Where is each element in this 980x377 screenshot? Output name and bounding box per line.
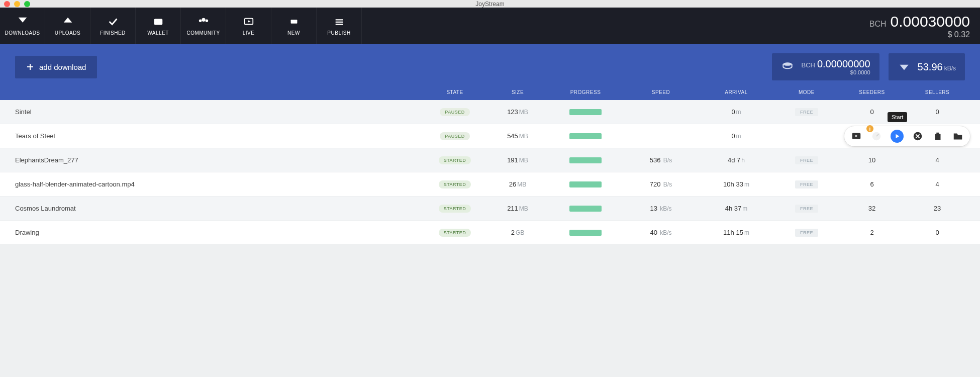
- pending-spend-chip[interactable]: BCH0.00000000 $0.0000: [772, 53, 879, 80]
- svg-point-3: [205, 19, 208, 22]
- balance-currency: BCH: [869, 20, 887, 29]
- progress-bar: [569, 206, 602, 212]
- size-cell: 191MB: [487, 156, 548, 164]
- seeders-cell: 2: [839, 229, 905, 236]
- table-row[interactable]: SintelPAUSED123MB0mFREE00: [0, 100, 980, 124]
- progress-cell: [548, 133, 623, 139]
- maximize-window-button[interactable]: [24, 1, 30, 7]
- table-row[interactable]: DrawingSTARTED2GB40 kB/s11h 15mFREE20: [0, 221, 980, 245]
- total-speed-value: 53.96: [918, 61, 943, 72]
- torrent-name: glass-half-blender-animated-cartoon.mp4: [0, 180, 422, 188]
- mode-badge: FREE: [795, 229, 818, 237]
- start-tooltip: Start: [888, 112, 907, 122]
- close-window-button[interactable]: [4, 1, 10, 7]
- state-cell: STARTED: [422, 156, 487, 164]
- arrival-cell: 0m: [699, 132, 774, 140]
- table-row[interactable]: glass-half-blender-animated-cartoon.mp4S…: [0, 172, 980, 197]
- svg-point-1: [202, 18, 205, 22]
- state-badge: STARTED: [439, 229, 471, 237]
- delete-icon: [932, 131, 943, 142]
- balance-amount: 0.00030000: [891, 13, 970, 30]
- pending-currency: BCH: [801, 61, 815, 69]
- table-header: STATESIZEPROGRESSSPEEDARRIVALMODESEEDERS…: [0, 89, 980, 100]
- progress-bar: [569, 109, 602, 115]
- column-header[interactable]: [0, 89, 422, 95]
- state-cell: PAUSED: [422, 132, 487, 140]
- column-header[interactable]: ARRIVAL: [699, 89, 774, 95]
- progress-bar: [569, 133, 602, 139]
- torrent-name: Sintel: [0, 108, 422, 116]
- state-badge: STARTED: [439, 156, 471, 164]
- delete-button[interactable]: [932, 130, 944, 142]
- sellers-cell: 4: [905, 156, 970, 164]
- downloads-table: SintelPAUSED123MB0mFREE00Tears of SteelP…: [0, 100, 980, 245]
- sellers-cell: 4: [905, 180, 970, 188]
- progress-cell: [548, 157, 623, 163]
- add-download-button[interactable]: add download: [15, 56, 97, 78]
- arrival-cell: 10h 33m: [699, 180, 774, 188]
- wallet-balance[interactable]: BCH 0.00030000 $ 0.32: [869, 8, 980, 44]
- check-icon: [108, 16, 119, 27]
- table-row[interactable]: Tears of SteelPAUSED545MB0mStarti: [0, 124, 980, 148]
- column-header[interactable]: SIZE: [487, 89, 548, 95]
- mode-cell: FREE: [774, 204, 839, 213]
- table-row[interactable]: Cosmos LaundromatSTARTED211MB13 kB/s4h 3…: [0, 197, 980, 221]
- size-cell: 26MB: [487, 180, 548, 188]
- nav-tab-wallet[interactable]: WALLET: [136, 8, 181, 44]
- stream-button[interactable]: [850, 130, 862, 142]
- minimize-window-button[interactable]: [14, 1, 20, 7]
- nav-tab-label: NEW: [287, 30, 300, 36]
- main-navbar: DOWNLOADS UPLOADS FINISHED WALLET COMMUN…: [0, 8, 980, 44]
- nav-tab-new[interactable]: NEW: [271, 8, 317, 44]
- publish-icon: [334, 16, 345, 27]
- speed-icon: [871, 131, 882, 142]
- nav-tab-label: COMMUNITY: [186, 30, 220, 36]
- open-folder-button[interactable]: [952, 130, 964, 142]
- mode-badge: FREE: [795, 108, 818, 116]
- column-header[interactable]: STATE: [422, 89, 487, 95]
- pending-usd: $0.0000: [850, 69, 870, 75]
- arrival-cell: 4h 37m: [699, 205, 774, 212]
- column-header[interactable]: MODE: [774, 89, 839, 95]
- balance-usd: $ 0.32: [948, 30, 970, 39]
- progress-cell: [548, 181, 623, 187]
- nav-tab-uploads[interactable]: UPLOADS: [45, 8, 90, 44]
- progress-cell: [548, 230, 623, 236]
- column-header[interactable]: PROGRESS: [548, 89, 623, 95]
- nav-tab-live[interactable]: LIVE: [226, 8, 271, 44]
- nav-tab-downloads[interactable]: DOWNLOADS: [0, 8, 45, 44]
- play-button[interactable]: [891, 130, 904, 143]
- speed-cell: 13 kB/s: [623, 205, 699, 212]
- nav-tab-finished[interactable]: FINISHED: [90, 8, 136, 44]
- nav-tab-label: UPLOADS: [55, 30, 80, 36]
- column-header[interactable]: SELLERS: [905, 89, 970, 95]
- speed-cell: 536 B/s: [623, 156, 699, 164]
- nav-tab-community[interactable]: COMMUNITY: [181, 8, 226, 44]
- traffic-lights: [4, 1, 30, 7]
- nav-tab-label: LIVE: [243, 30, 255, 36]
- torrent-name: Tears of Steel: [0, 132, 422, 140]
- live-icon: [243, 16, 254, 27]
- remove-icon: [912, 131, 923, 142]
- window-titlebar: JoyStream: [0, 0, 980, 8]
- progress-cell: [548, 206, 623, 212]
- open-folder-icon: [952, 131, 963, 142]
- column-header[interactable]: SPEED: [623, 89, 699, 95]
- arrival-cell: 4d 7h: [699, 156, 774, 164]
- seeders-cell: 32: [839, 205, 905, 212]
- stream-icon: [851, 131, 862, 142]
- total-speed-unit: kB/s: [944, 65, 956, 72]
- remove-button[interactable]: [912, 130, 924, 142]
- nav-tab-label: WALLET: [147, 30, 169, 36]
- new-icon: [288, 16, 300, 27]
- torrent-name: Cosmos Laundromat: [0, 205, 422, 212]
- column-header[interactable]: SEEDERS: [839, 89, 905, 95]
- speed-button[interactable]: [870, 130, 883, 142]
- torrent-name: Drawing: [0, 229, 422, 236]
- nav-tab-publish[interactable]: PUBLISH: [317, 8, 362, 44]
- total-speed-chip[interactable]: 53.96kB/s: [889, 53, 965, 80]
- table-row[interactable]: ElephantsDream_277STARTED191MB536 B/s4d …: [0, 148, 980, 172]
- size-cell: 211MB: [487, 205, 548, 212]
- community-icon: [198, 16, 209, 27]
- download-icon: [17, 16, 28, 27]
